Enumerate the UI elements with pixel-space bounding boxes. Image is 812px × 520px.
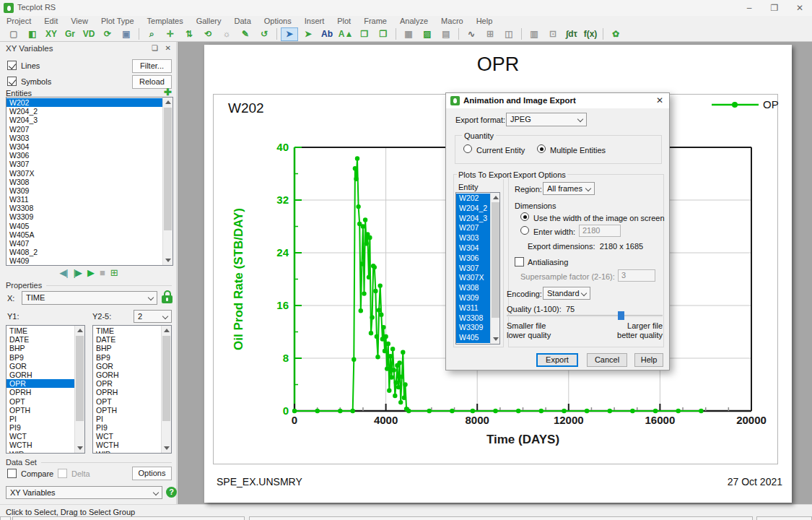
encoding-dropdown[interactable]: Standard [543, 287, 590, 300]
list-item[interactable]: W309 [6, 186, 162, 195]
reload-dataset-icon[interactable]: ⟳ [99, 27, 116, 41]
scroll-thumb[interactable] [164, 108, 172, 230]
list-item[interactable]: W3309 [456, 323, 490, 333]
list-item[interactable]: OPR [93, 379, 161, 388]
list-item[interactable]: OPR [6, 379, 74, 388]
select-tool-icon[interactable]: ➤ [281, 27, 298, 41]
list-item[interactable]: WCT [93, 432, 161, 441]
menu-item[interactable]: Plot Type [95, 16, 141, 27]
scroll-thumb[interactable] [76, 336, 84, 421]
current-entity-radio[interactable] [463, 144, 472, 153]
stop-button[interactable]: ■ [100, 267, 105, 278]
list-item[interactable]: W304 [456, 243, 490, 254]
scroll-up-arrow[interactable] [77, 329, 83, 332]
list-item[interactable]: WCTH [6, 441, 74, 449]
y25-count-dropdown[interactable]: 2 [134, 310, 172, 323]
list-item[interactable]: W3308 [456, 313, 490, 324]
tile-frames-icon[interactable]: ❒ [356, 27, 373, 41]
list-item[interactable]: BHP [93, 344, 161, 352]
list-item[interactable]: W204_2 [6, 107, 162, 116]
region-dropdown[interactable]: All frames [543, 182, 595, 195]
list-item[interactable]: W409 [6, 256, 162, 265]
lines-checkbox[interactable] [7, 61, 17, 70]
step-forward-button[interactable]: |▶ [74, 267, 82, 278]
list-item[interactable]: W304 [6, 142, 162, 151]
list-item[interactable]: W3308 [6, 204, 162, 212]
list-item[interactable]: BHP [6, 344, 74, 352]
menu-item[interactable]: Insert [298, 16, 331, 27]
dialog-close-icon[interactable]: ✕ [656, 95, 663, 105]
add-entity-icon[interactable]: ✚ [164, 87, 172, 98]
play-button[interactable]: ▶ [87, 267, 94, 278]
close-button[interactable]: ✕ [787, 0, 812, 16]
list-item[interactable]: W307X [6, 169, 162, 178]
list-item[interactable]: WIR [93, 450, 161, 454]
list-item[interactable]: PI9 [93, 423, 161, 432]
list-item[interactable]: W202 [456, 194, 490, 204]
symbols-checkbox[interactable] [7, 77, 17, 86]
y1-scrollbar[interactable] [74, 326, 84, 453]
x-variable-dropdown[interactable]: TIME [22, 291, 157, 305]
list-item[interactable]: WIR [6, 450, 74, 454]
cell-values-icon[interactable]: ⊡ [544, 27, 562, 41]
list-item[interactable]: DATE [93, 335, 161, 344]
frame-layout-icon[interactable]: ◧ [24, 27, 41, 41]
list-item[interactable]: BP9 [6, 353, 74, 362]
list-item[interactable]: W405 [456, 333, 490, 343]
contour-tool-icon[interactable]: A▲ [337, 27, 354, 41]
scroll-thumb[interactable] [162, 336, 170, 421]
list-item[interactable]: W303 [456, 233, 490, 243]
menu-item[interactable]: Data [228, 16, 258, 27]
list-item[interactable]: OPT [6, 397, 74, 406]
list-item[interactable]: W306 [6, 151, 162, 160]
table-view-icon[interactable]: ⊞ [481, 27, 499, 41]
list-item[interactable]: W207 [6, 125, 162, 134]
list-item[interactable]: W407 [6, 239, 162, 248]
list-item[interactable]: W311 [6, 195, 162, 204]
list-item[interactable]: TIME [93, 326, 161, 335]
menu-item[interactable]: Macro [435, 16, 470, 27]
list-item[interactable]: WCTH [93, 441, 161, 449]
function-calc-icon[interactable]: f(x) [582, 27, 599, 41]
help-button[interactable]: Help [634, 353, 663, 367]
list-item[interactable]: DATE [6, 335, 74, 344]
list-item[interactable]: W408_2 [6, 248, 162, 256]
list-item[interactable]: PI [6, 415, 74, 423]
list-item[interactable]: W307 [456, 264, 490, 274]
float-panel-icon[interactable]: ❏ [152, 44, 158, 52]
rotate-3d-tool-icon[interactable]: ⟲ [199, 27, 217, 41]
menu-item[interactable]: Gallery [190, 16, 228, 27]
scroll-down-arrow[interactable] [165, 259, 171, 262]
list-item[interactable]: W405A [6, 230, 162, 239]
list-item[interactable]: W311 [456, 303, 490, 313]
scroll-down-arrow[interactable] [164, 446, 170, 450]
list-item[interactable]: PI [93, 415, 161, 423]
tecplot-360-icon[interactable]: ✿ [607, 27, 624, 41]
scroll-up-arrow[interactable] [493, 196, 499, 199]
undo-icon[interactable]: ↺ [256, 27, 273, 41]
list-item[interactable]: W204_3 [6, 116, 162, 124]
list-item[interactable]: GOR [93, 362, 161, 370]
list-item[interactable]: GORH [6, 370, 74, 379]
translate-tool-icon[interactable]: ✛ [162, 27, 179, 41]
list-item[interactable]: GORH [93, 370, 161, 379]
list-item[interactable]: BP9 [93, 353, 161, 362]
supersample-input[interactable]: 3 [618, 269, 655, 282]
list-item[interactable]: W207 [456, 223, 490, 233]
zoom-tool-icon[interactable]: ⌕ [143, 27, 160, 41]
append-grid-icon[interactable]: ▨ [419, 27, 436, 41]
export-format-dropdown[interactable]: JPEG [506, 113, 587, 126]
maximize-button[interactable]: ❐ [762, 0, 787, 16]
export-button[interactable]: Export [536, 353, 578, 367]
menu-item[interactable]: Edit [38, 16, 64, 27]
list-item[interactable]: OPRH [93, 388, 161, 396]
quality-slider-handle[interactable] [618, 311, 624, 320]
rotate-z-tool-icon[interactable]: ⇅ [180, 27, 198, 41]
export-animation-button[interactable]: ⊞ [110, 267, 118, 278]
menu-item[interactable]: Help [470, 16, 499, 27]
close-panel-icon[interactable]: ✕ [165, 44, 171, 52]
filter-button[interactable]: Filter... [132, 59, 172, 73]
column-layout-icon[interactable]: ▥ [525, 27, 543, 41]
scroll-up-arrow[interactable] [165, 100, 171, 104]
load-xy-data-icon[interactable]: XY [43, 27, 60, 41]
